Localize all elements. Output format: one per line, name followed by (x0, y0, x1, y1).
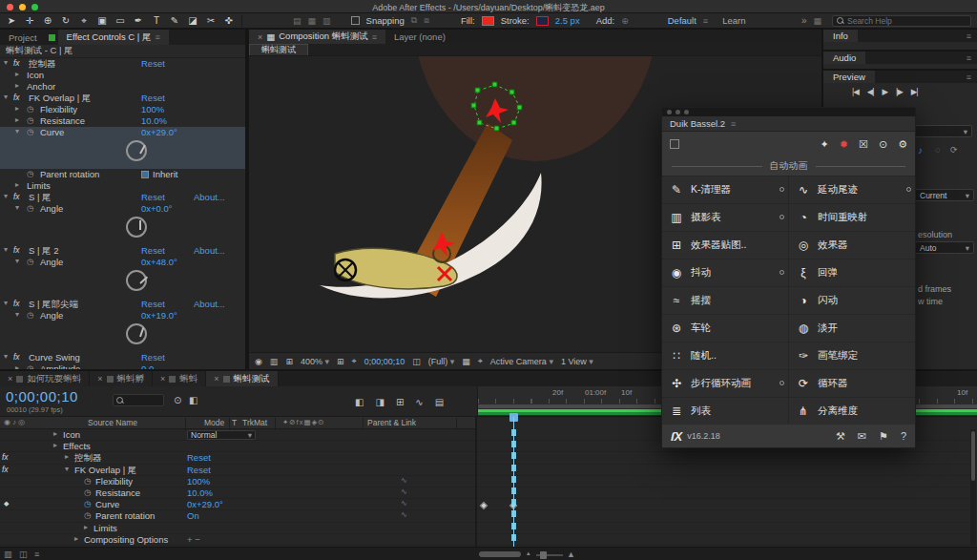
transport-button[interactable]: |▶ (896, 87, 903, 96)
effect-row-s3[interactable]: ▾ fx S | 尾部尖端 Reset About... (0, 299, 245, 310)
snap-option-icon[interactable]: ⧉ (411, 15, 417, 26)
stopwatch-icon[interactable]: ◷ (27, 115, 33, 125)
prop-row-curve[interactable]: ▾ ◷ Curve 0x+29.0° (0, 127, 245, 138)
constraints-icon[interactable]: ☒ (859, 138, 868, 151)
prop-row-angle-3[interactable]: ▾ ◷ Angle 0x+19.0° (0, 310, 245, 321)
prop-value[interactable]: 0x+19.0° (141, 310, 177, 321)
stopwatch-icon[interactable]: ◷ (84, 510, 91, 520)
stroke-color-swatch[interactable] (536, 16, 549, 26)
horizontal-scrollbar-thumb[interactable] (479, 551, 521, 557)
reset-link[interactable]: Reset (187, 452, 211, 463)
prop-row-angle-1[interactable]: ▾ ◷ Angle 0x+0.0° (0, 203, 245, 215)
panel-menu-icon[interactable]: ≡ (372, 32, 377, 42)
toolbar-overflow-chevron[interactable]: » (801, 15, 807, 26)
zoom-in-icon[interactable]: ▲ (567, 550, 575, 559)
prop-row-amplitude[interactable]: ▸ ◷ Amplitude 0.0 (0, 363, 245, 369)
pan-behind-tool-icon[interactable]: ▣ (96, 15, 108, 27)
workspace-learn[interactable]: Learn (722, 15, 745, 26)
duik-button[interactable]: ∿延动尾迹 (789, 176, 915, 203)
timeline-search-field[interactable] (113, 394, 164, 406)
motion-blur-icon[interactable]: ∿ (415, 397, 423, 407)
group-row-anchor[interactable]: ▸ Anchor (0, 81, 245, 93)
rig-wand-icon[interactable]: ✦ (821, 138, 829, 151)
stopwatch-icon[interactable]: ◷ (27, 104, 33, 114)
row-controller-effect[interactable]: fx ▸ 控制器 Reset (0, 452, 977, 464)
channel-icon[interactable]: ▥ (270, 357, 279, 366)
effect-row-controller[interactable]: ▾ fx 控制器 Reset (0, 58, 245, 70)
graph-editor-icon[interactable]: ▤ (435, 397, 444, 407)
help-search-field[interactable] (832, 15, 971, 27)
reset-link[interactable]: Reset (141, 352, 165, 363)
tab-layer[interactable]: Layer (none) (385, 30, 454, 44)
report-icon[interactable]: ⚑ (879, 430, 888, 443)
feedback-icon[interactable]: ✉ (858, 430, 866, 443)
zoom-slider-knob[interactable] (540, 551, 547, 559)
row-resistance[interactable]: ◷ Resistance 10.0% ∿ (0, 487, 977, 499)
about-link[interactable]: About... (194, 245, 225, 256)
duik-button[interactable]: ≈摇摆 (662, 287, 788, 314)
effect-row-s2[interactable]: ▾ fx S | 尾 2 Reset About... (0, 245, 245, 257)
graph-icon[interactable]: ∿ (401, 499, 407, 508)
panel-menu-icon[interactable]: ≡ (731, 119, 736, 129)
row-compositing-options[interactable]: ▸ Compositing Options + − (0, 534, 977, 546)
orbit-tool-icon[interactable]: ↻ (60, 15, 72, 27)
duik-button[interactable]: ◉抖动 (662, 259, 788, 286)
stroke-label[interactable]: Stroke: (501, 15, 530, 26)
preview-resolution-select[interactable]: Auto▾ (915, 241, 974, 254)
duik-button[interactable]: ✎K-清理器 (662, 176, 788, 203)
minimize-window-button[interactable] (676, 110, 680, 114)
tab-effect-controls[interactable]: Effect Controls C | 尾 ≡ (58, 30, 169, 45)
hand-tool-icon[interactable]: ✛ (24, 15, 35, 27)
viewer-current-time[interactable]: 0;00;00;10 (364, 357, 405, 366)
row-flexibility[interactable]: ◷ Flexibility 100% ∿ (0, 476, 977, 487)
tab-preview[interactable]: Preview (823, 71, 875, 83)
expand-layer-switches-button[interactable]: ▥ (4, 550, 12, 559)
transport-button[interactable]: ▶ (883, 87, 888, 96)
align-panel-icon[interactable]: ▤ (293, 16, 301, 26)
stroke-width-value[interactable]: 2.5 px (555, 15, 580, 26)
prop-value[interactable]: 0x+48.0° (141, 257, 177, 267)
about-link[interactable]: About... (194, 192, 225, 202)
expand-in-out-button[interactable]: ≡ (34, 550, 39, 559)
transport-button[interactable]: ◀| (867, 87, 874, 96)
selection-tool-icon[interactable]: ➤ (6, 15, 17, 27)
graph-icon[interactable]: ∿ (401, 476, 407, 485)
panel-divider[interactable] (475, 417, 477, 547)
timeline-tab[interactable]: × 蝌蚪测试 (206, 371, 278, 386)
effect-row-fk-overlap[interactable]: ▾ fx FK Overlap | 尾 Reset (0, 93, 245, 104)
about-link[interactable]: About... (194, 299, 225, 309)
add-remove-buttons[interactable]: + − (187, 534, 200, 545)
prop-value[interactable]: 100% (187, 476, 210, 487)
column-t[interactable]: T (232, 418, 237, 427)
stopwatch-icon[interactable]: ◷ (27, 310, 33, 320)
guides-options-icon[interactable]: ▥ (322, 16, 331, 26)
workspace-menu-icon[interactable]: ≡ (703, 16, 708, 26)
close-icon[interactable]: × (258, 32, 262, 42)
prop-value[interactable]: 0x+29.0° (141, 127, 177, 137)
stopwatch-icon[interactable]: ◷ (27, 203, 33, 213)
prop-value[interactable]: 0.0 (141, 363, 154, 369)
column-source-name[interactable]: Source Name (88, 418, 137, 427)
brush-tool-icon[interactable]: ✎ (169, 15, 180, 27)
keyframe-navigator-icon[interactable]: ◆ (4, 500, 9, 508)
transport-button[interactable]: |◀ (852, 87, 859, 96)
automation-icon[interactable]: ✹ (840, 138, 848, 151)
settings-icon[interactable]: ⚙ (898, 138, 907, 151)
effect-row-curve-swing[interactable]: ▾ fx Curve Swing Reset (0, 352, 245, 363)
fill-color-swatch[interactable] (482, 16, 494, 26)
magnification-select[interactable]: 400% ▾ (301, 357, 329, 366)
close-icon[interactable]: × (8, 374, 12, 384)
close-icon[interactable]: × (160, 374, 165, 384)
option-dot[interactable] (780, 381, 784, 385)
prop-row-parent-rotation[interactable]: ◷ Parent rotation Inherit (0, 169, 245, 180)
expand-transfer-controls-button[interactable]: ◫ (19, 550, 28, 559)
tab-audio[interactable]: Audio (823, 52, 865, 64)
prop-row-flexibility[interactable]: ▸ ◷ Flexibility 100% (0, 104, 245, 115)
close-window-button[interactable] (667, 110, 672, 114)
always-preview-icon[interactable]: ◉ (255, 357, 262, 366)
reset-link[interactable]: Reset (141, 245, 165, 256)
puppet-pin-tool-icon[interactable]: ✜ (223, 15, 235, 27)
angle-dial[interactable] (126, 270, 147, 291)
shy-icon[interactable]: ◧ (189, 395, 197, 405)
stopwatch-icon[interactable]: ◷ (27, 127, 33, 136)
